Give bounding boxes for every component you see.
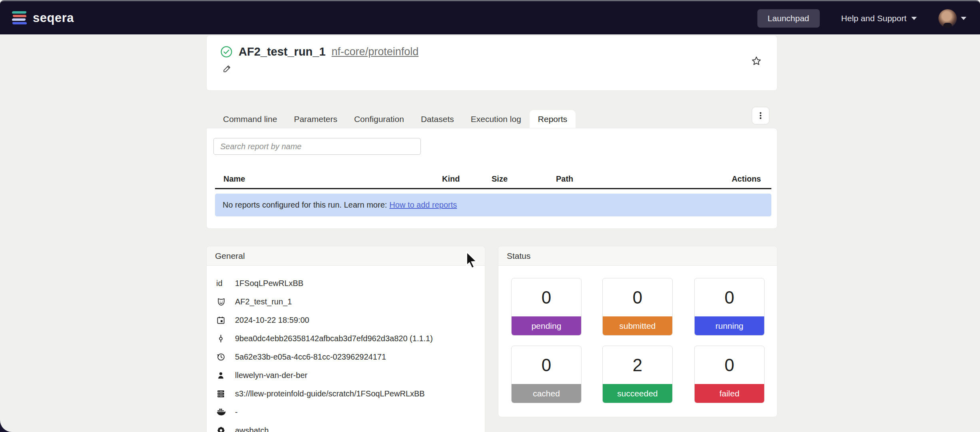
user-icon (216, 371, 235, 380)
run-name: AF2_test_run_1 (239, 45, 326, 58)
masks-icon (216, 297, 235, 307)
submitted-label: submitted (603, 316, 672, 335)
alert-text: No reports configured for this run. Lear… (223, 200, 387, 210)
general-row-session-id: 5a62e33b-e05a-4cc6-81cc-023962924171 (216, 348, 485, 366)
column-header-kind: Kind (434, 174, 483, 184)
column-header-name: Name (215, 174, 434, 184)
help-and-support-menu[interactable]: Help and Support (841, 14, 917, 23)
succeeded-count: 2 (603, 346, 672, 384)
tab-parameters[interactable]: Parameters (285, 110, 346, 128)
chevron-down-icon (961, 17, 966, 20)
pencil-icon (223, 64, 232, 73)
tab-reports[interactable]: Reports (530, 110, 576, 128)
running-count: 0 (695, 278, 764, 316)
run-options-menu-button[interactable] (752, 107, 769, 124)
pending-label: pending (512, 316, 581, 335)
general-row-run-name: AF2_test_run_1 (216, 292, 485, 311)
history-clock-icon (216, 352, 235, 362)
tab-datasets[interactable]: Datasets (412, 110, 462, 128)
chevron-down-icon (911, 17, 917, 20)
reports-table-header: Name Kind Size Path Actions (215, 170, 771, 189)
failed-label: failed (695, 384, 764, 403)
cached-count: 0 (512, 346, 581, 384)
help-and-support-label: Help and Support (841, 14, 906, 23)
user-avatar (938, 9, 957, 28)
seqera-logo-icon (12, 11, 27, 25)
general-row-container: - (216, 403, 485, 421)
id-text-label: id (216, 279, 235, 288)
launchpad-button[interactable]: Launchpad (757, 9, 820, 28)
column-header-actions: Actions (707, 174, 771, 184)
general-row-executor: awsbatch (216, 421, 485, 432)
status-card-submitted: 0 submitted (602, 278, 673, 336)
user-menu[interactable] (938, 9, 966, 28)
navbar-right-cluster: Launchpad Help and Support (757, 1, 966, 36)
status-card-succeeded: 2 succeeded (602, 346, 673, 403)
status-card-pending: 0 pending (511, 278, 582, 336)
pipeline-link[interactable]: nf-core/proteinfold (332, 46, 419, 58)
favorite-star-button[interactable] (751, 56, 762, 66)
status-card-failed: 0 failed (694, 346, 765, 403)
cached-label: cached (512, 384, 581, 403)
top-navbar: seqera Launchpad Help and Support (0, 0, 980, 34)
succeeded-label: succeeded (603, 384, 672, 403)
reports-panel: Name Kind Size Path Actions No reports c… (206, 128, 777, 229)
tab-command-line[interactable]: Command line (215, 110, 285, 128)
running-label: running (695, 316, 764, 335)
column-header-size: Size (483, 174, 548, 184)
general-row-workdir: s3://llew-proteinfold-guide/scratch/1FSo… (216, 384, 485, 403)
gear-icon (216, 426, 235, 432)
tab-configuration[interactable]: Configuration (346, 110, 412, 128)
failed-count: 0 (695, 346, 764, 384)
search-input[interactable] (213, 138, 421, 155)
general-row-date: 2024-10-22 18:59:00 (216, 311, 485, 329)
brand-name: seqera (33, 11, 74, 25)
general-section-title: General (207, 246, 485, 266)
calendar-icon (216, 316, 235, 325)
general-row-commit: 9bea0dc4ebb26358142afbcab3d7efd962d3a820… (216, 329, 485, 348)
column-header-path: Path (548, 174, 707, 184)
docker-icon (216, 407, 235, 417)
pending-count: 0 (512, 278, 581, 316)
submitted-count: 0 (603, 278, 672, 316)
no-reports-alert: No reports configured for this run. Lear… (215, 194, 771, 216)
general-section: General id 1FSoqLPewRLxBB AF2_test_run_1 (206, 246, 485, 432)
git-commit-icon (216, 334, 235, 343)
status-section-title: Status (498, 246, 777, 266)
tab-execution-log[interactable]: Execution log (462, 110, 530, 128)
general-row-user: llewelyn-van-der-ber (216, 366, 485, 384)
server-icon (216, 389, 235, 398)
check-circle-icon (220, 46, 233, 58)
seqera-brand[interactable]: seqera (12, 11, 74, 25)
status-card-cached: 0 cached (511, 346, 582, 403)
edit-run-button[interactable] (223, 64, 232, 73)
status-card-running: 0 running (694, 278, 765, 336)
status-section: Status 0 pending 0 submitted 0 running 0… (498, 246, 777, 417)
run-header-card: AF2_test_run_1 nf-core/proteinfold (206, 35, 777, 91)
run-tabs: Command line Parameters Configuration Da… (215, 110, 576, 128)
kebab-menu-icon (756, 111, 765, 120)
star-icon (751, 56, 762, 66)
how-to-add-reports-link[interactable]: How to add reports (389, 200, 457, 210)
general-row-id: id 1FSoqLPewRLxBB (216, 274, 485, 292)
